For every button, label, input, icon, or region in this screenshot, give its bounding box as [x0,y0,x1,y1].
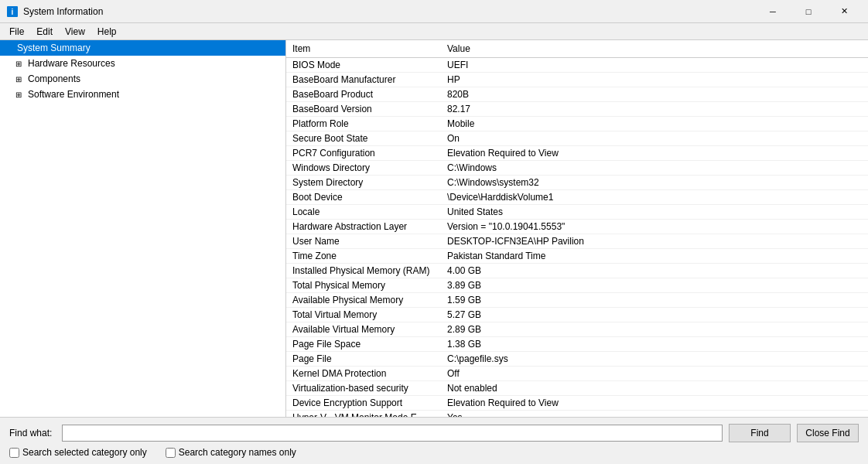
table-cell-value: Version = "10.0.19041.5553" [441,220,868,234]
col-header-value: Value [441,40,868,58]
table-cell-value: Off [441,367,868,381]
table-cell-value: 4.00 GB [441,264,868,278]
table-cell-item: User Name [286,234,441,249]
find-input[interactable] [62,425,723,442]
expander-icon: ⊞ [15,60,25,68]
table-cell-value: 5.27 GB [441,308,868,322]
table-row: Secure Boot StateOn [286,131,868,146]
menu-view[interactable]: View [59,25,91,39]
sidebar-item-hardware-resources[interactable]: ⊞ Hardware Resources [0,56,285,71]
search-selected-checkbox[interactable] [9,448,19,458]
table-cell-item: Available Virtual Memory [286,322,441,337]
table-cell-item: Page File Space [286,337,441,352]
table-cell-value: Elevation Required to View [441,146,868,161]
table-cell-item: Time Zone [286,249,441,264]
table-row: BaseBoard Version82.17 [286,102,868,117]
table-cell-value: Pakistan Standard Time [441,249,868,264]
table-row: Available Physical Memory1.59 GB [286,293,868,308]
table-cell-item: Available Physical Memory [286,293,441,308]
search-category-checkbox[interactable] [166,448,176,458]
table-cell-value: 2.89 GB [441,322,868,337]
table-cell-item: Secure Boot State [286,131,441,146]
menu-file[interactable]: File [3,25,30,39]
table-row: Available Virtual Memory2.89 GB [286,322,868,337]
sidebar-item-label: System Summary [17,43,91,53]
table-cell-item: Kernel DMA Protection [286,367,441,381]
table-cell-item: Installed Physical Memory (RAM) [286,264,441,278]
table-cell-item: Hardware Abstraction Layer [286,220,441,234]
menu-edit[interactable]: Edit [30,25,59,39]
find-button[interactable]: Find [729,424,791,442]
table-cell-value: HP [441,73,868,87]
expander-icon: ⊞ [15,75,25,84]
right-panel: Item Value BIOS ModeUEFIBaseBoard Manufa… [286,40,868,417]
table-cell-value: Mobile [441,117,868,131]
sidebar-item-label: Software Environment [28,89,119,100]
table-cell-value: 820B [441,87,868,102]
sidebar-item-components[interactable]: ⊞ Components [0,71,285,87]
title-bar: i System Information ─ □ ✕ [0,0,868,23]
table-cell-value: 3.89 GB [441,278,868,293]
table-cell-value: 1.38 GB [441,337,868,352]
table-cell-item: Platform Role [286,117,441,131]
table-cell-item: BaseBoard Product [286,87,441,102]
find-label: Find what: [9,428,56,438]
table-row: Installed Physical Memory (RAM)4.00 GB [286,264,868,278]
table-cell-value: 82.17 [441,102,868,117]
table-row: BaseBoard Product820B [286,87,868,102]
table-cell-value: UEFI [441,58,868,73]
expander-icon: ⊞ [15,90,25,99]
table-cell-value: Yes [441,411,868,418]
table-cell-item: Windows Directory [286,161,441,176]
table-cell-value: 1.59 GB [441,293,868,308]
minimize-button[interactable]: ─ [755,0,791,23]
table-cell-value: Not enabled [441,381,868,396]
table-cell-item: Hyper-V - VM Monitor Mode E... [286,411,441,418]
checkbox-row: Search selected category only Search cat… [9,447,859,458]
table-cell-item: Virtualization-based security [286,381,441,396]
table-row: Windows DirectoryC:\Windows [286,161,868,176]
table-row: BIOS ModeUEFI [286,58,868,73]
table-cell-item: Device Encryption Support [286,396,441,411]
table-cell-value: \Device\HarddiskVolume1 [441,190,868,205]
search-selected-label[interactable]: Search selected category only [9,447,147,458]
table-cell-value: C:\Windows\system32 [441,176,868,190]
menu-bar: File Edit View Help [0,23,868,40]
search-category-label[interactable]: Search category names only [166,447,296,458]
bottom-bar: Find what: Find Close Find Search select… [0,417,868,464]
table-row: Virtualization-based securityNot enabled [286,381,868,396]
app-icon: i [6,5,19,18]
table-row: Time ZonePakistan Standard Time [286,249,868,264]
table-container[interactable]: Item Value BIOS ModeUEFIBaseBoard Manufa… [286,40,868,417]
sidebar-item-label: Hardware Resources [28,58,115,69]
info-table: Item Value BIOS ModeUEFIBaseBoard Manufa… [286,40,868,417]
table-row: Platform RoleMobile [286,117,868,131]
table-row: Hardware Abstraction LayerVersion = "10.… [286,220,868,234]
table-cell-value: DESKTOP-ICFN3EA\HP Pavilion [441,234,868,249]
table-cell-item: Boot Device [286,190,441,205]
svg-text:i: i [12,8,14,16]
table-row: Kernel DMA ProtectionOff [286,367,868,381]
maximize-button[interactable]: □ [791,0,826,23]
table-cell-value: C:\pagefile.sys [441,352,868,367]
table-cell-value: On [441,131,868,146]
table-row: Total Physical Memory3.89 GB [286,278,868,293]
main-content: System Summary ⊞ Hardware Resources ⊞ Co… [0,40,868,417]
find-row: Find what: Find Close Find [9,424,859,442]
table-cell-item: Total Virtual Memory [286,308,441,322]
table-row: Device Encryption SupportElevation Requi… [286,396,868,411]
close-find-button[interactable]: Close Find [797,424,859,442]
close-button[interactable]: ✕ [826,0,862,23]
sidebar-item-system-summary[interactable]: System Summary [0,40,285,56]
table-row: Hyper-V - VM Monitor Mode E...Yes [286,411,868,418]
table-row: User NameDESKTOP-ICFN3EA\HP Pavilion [286,234,868,249]
table-cell-item: Locale [286,205,441,220]
table-row: Page FileC:\pagefile.sys [286,352,868,367]
table-cell-item: PCR7 Configuration [286,146,441,161]
table-cell-value: United States [441,205,868,220]
window-controls: ─ □ ✕ [755,0,862,23]
menu-help[interactable]: Help [91,25,123,39]
sidebar-item-software-environment[interactable]: ⊞ Software Environment [0,87,285,102]
table-cell-item: BaseBoard Manufacturer [286,73,441,87]
table-cell-item: Page File [286,352,441,367]
